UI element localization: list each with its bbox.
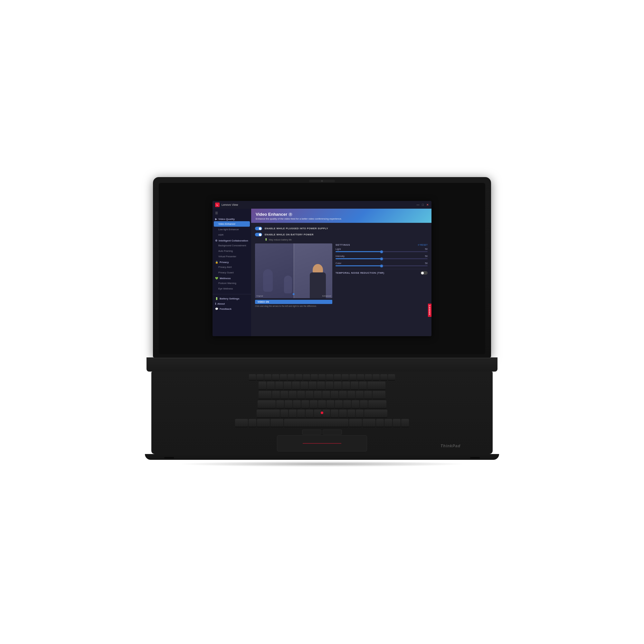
trackpad-btn-right[interactable] [323,430,342,435]
sidebar-item-posture-warning[interactable]: Posture Warning [213,280,251,286]
key-i[interactable] [331,391,338,399]
key-caps[interactable] [258,400,276,409]
key-shift-r[interactable] [364,410,387,418]
key-space[interactable] [284,419,348,427]
key-f9[interactable] [318,374,326,381]
key-fn[interactable] [249,419,256,427]
key-c[interactable] [297,410,305,418]
key-s[interactable] [285,400,292,409]
key-f5[interactable] [288,374,295,381]
key-g[interactable] [310,400,317,409]
key-alt-l[interactable] [270,419,283,427]
key-t[interactable] [306,391,313,399]
slider-light-track[interactable] [336,251,428,252]
key-k[interactable] [335,400,343,409]
key-home[interactable] [365,374,372,381]
key-f12[interactable] [342,374,349,381]
key-l[interactable] [343,400,351,409]
key-w[interactable] [280,391,288,399]
key-slash[interactable] [356,410,364,418]
key-x[interactable] [289,410,297,418]
key-tab[interactable] [259,391,271,399]
sidebar-item-eye-wellness[interactable]: Eye Wellness [213,286,251,291]
slider-intensity-track[interactable] [336,258,428,259]
key-bracket-l[interactable] [356,391,364,399]
minimize-button[interactable]: — [417,203,420,206]
key-f2[interactable] [264,374,271,381]
key-o[interactable] [339,391,347,399]
key-r[interactable] [297,391,305,399]
key-1[interactable] [267,382,275,390]
key-f8[interactable] [311,374,318,381]
sidebar-item-hdr[interactable]: HDR [213,232,251,238]
sidebar-item-privacy-guard[interactable]: Privacy Guard [213,270,251,275]
key-y[interactable] [314,391,322,399]
key-arrow-right[interactable] [401,419,409,427]
tnr-toggle[interactable] [421,271,428,275]
key-arrow-left[interactable] [376,419,384,427]
key-esc[interactable] [249,374,256,381]
key-q[interactable] [272,391,280,399]
key-ins[interactable] [349,374,356,381]
key-f11[interactable] [334,374,341,381]
key-j[interactable] [327,400,334,409]
toggle-power-supply-switch[interactable] [255,227,262,230]
key-period[interactable] [347,410,355,418]
trackpad-btn-left[interactable] [302,430,321,435]
key-h[interactable] [318,400,326,409]
key-backtick[interactable] [259,382,266,390]
key-f7[interactable] [303,374,310,381]
key-minus[interactable] [351,382,358,390]
key-v[interactable] [306,410,313,418]
key-b[interactable] [314,410,322,418]
sidebar-item-low-light[interactable]: Low-light Enhancer [213,227,251,232]
key-8[interactable] [326,382,333,390]
key-pgup[interactable] [380,374,387,381]
sidebar-item-battery[interactable]: 🔋 Battery Settings [213,296,251,301]
key-m[interactable] [331,410,338,418]
sidebar-item-virtual-presenter[interactable]: Virtual Presenter [213,254,251,259]
key-semicolon[interactable] [352,400,359,409]
key-n[interactable] [322,410,330,418]
slider-intensity-thumb[interactable] [380,258,383,260]
trackpoint[interactable] [321,412,323,414]
key-u[interactable] [322,391,330,399]
slider-color-track[interactable] [336,265,428,266]
key-f6[interactable] [295,374,302,381]
key-f[interactable] [301,400,309,409]
key-a[interactable] [276,400,284,409]
key-end[interactable] [373,374,380,381]
maximize-button[interactable]: □ [422,203,424,206]
sidebar-menu-icon[interactable]: ☰ [213,210,251,216]
sidebar-item-background[interactable]: Background Concealment [213,243,251,248]
key-equals[interactable] [359,382,367,390]
key-arrow-up[interactable] [384,419,392,427]
key-comma[interactable] [339,410,347,418]
key-2[interactable] [275,382,283,390]
key-9[interactable] [334,382,342,390]
video-arrow[interactable]: ◆ [292,292,295,296]
key-ctrl-l[interactable] [235,419,248,427]
key-f3[interactable] [272,374,279,381]
key-backspace[interactable] [367,382,385,390]
key-p[interactable] [347,391,355,399]
video-on-button[interactable]: VIDEO ON [255,300,332,304]
close-button[interactable]: ✕ [426,203,429,206]
key-f4[interactable] [280,374,287,381]
key-ctrl-r[interactable] [363,419,375,427]
help-icon[interactable]: ? [289,213,292,216]
key-backslash[interactable] [373,391,385,399]
key-6[interactable] [309,382,317,390]
sidebar-item-about[interactable]: ℹ About [213,301,251,306]
touchpad[interactable] [277,435,367,451]
sidebar-item-auto-framing[interactable]: Auto Framing [213,248,251,254]
reset-button[interactable]: ↺ RESET [418,244,428,246]
key-5[interactable] [300,382,308,390]
sidebar-item-feedback[interactable]: 💬 Feedback [213,306,251,311]
key-f1[interactable] [257,374,264,381]
key-0[interactable] [342,382,350,390]
key-z[interactable] [280,410,288,418]
sidebar-item-privacy-alert[interactable]: Privacy Alert [213,264,251,270]
toggle-battery-switch[interactable] [255,233,262,236]
key-quote[interactable] [360,400,368,409]
